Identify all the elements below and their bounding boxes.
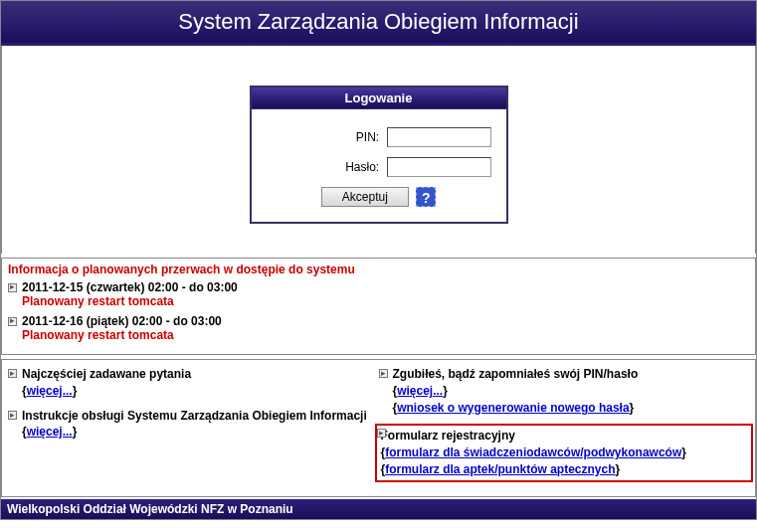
submit-button[interactable]: Akceptuj	[321, 187, 409, 207]
links-box: Najczęściej zadawane pytania {więcej...}…	[1, 359, 756, 497]
manuals-more-link[interactable]: więcej...	[27, 425, 73, 439]
bullet-icon	[377, 429, 386, 438]
footer-text: Wielkopolski Oddział Wojewódzki NFZ w Po…	[7, 502, 293, 516]
outage-desc: Planowany restart tomcata	[22, 328, 174, 342]
registration-pharmacies-link[interactable]: formularz dla aptek/punktów aptecznych	[385, 462, 615, 476]
new-password-request-link[interactable]: wniosek o wygenerowanie nowego hasła	[397, 401, 629, 415]
links-right-col: Zgubiłeś, bądź zapomniałeś swój PIN/hasł…	[379, 366, 750, 490]
faq-item: Najczęściej zadawane pytania {więcej...}	[8, 366, 379, 400]
faq-title: Najczęściej zadawane pytania	[22, 367, 191, 381]
forgot-title: Zgubiłeś, bądź zapomniałeś swój PIN/hasł…	[393, 367, 639, 381]
bullet-icon	[8, 369, 17, 378]
registration-providers-link[interactable]: formularz dla świadczeniodawców/podwykon…	[385, 445, 681, 459]
footer-bar: Wielkopolski Oddział Wojewódzki NFZ w Po…	[1, 499, 756, 519]
password-input[interactable]	[387, 157, 491, 177]
links-left-col: Najczęściej zadawane pytania {więcej...}…	[8, 366, 379, 490]
faq-more-link[interactable]: więcej...	[27, 384, 73, 398]
manuals-title: Instrukcje obsługi Systemu Zarządzania O…	[22, 409, 367, 423]
pin-label: PIN:	[356, 130, 379, 144]
forgot-pin-item: Zgubiłeś, bądź zapomniałeś swój PIN/hasł…	[379, 366, 750, 416]
outage-item: 2011-12-16 (piątek) 02:00 - do 03:00 Pla…	[8, 314, 749, 342]
pin-input[interactable]	[387, 127, 491, 147]
forgot-more-link[interactable]: więcej...	[397, 384, 443, 398]
outage-section-title: Informacja o planowanych przerwach w dos…	[8, 263, 749, 276]
bullet-icon	[8, 317, 17, 326]
outage-item: 2011-12-15 (czwartek) 02:00 - do 03:00 P…	[8, 280, 749, 308]
login-panel-title: Logowanie	[252, 88, 506, 109]
bullet-icon	[379, 369, 388, 378]
app-title-bar: System Zarządzania Obiegiem Informacji	[1, 1, 756, 46]
bullet-icon	[8, 283, 17, 292]
outage-date: 2011-12-16 (piątek) 02:00 - do 03:00	[22, 314, 222, 328]
outage-date: 2011-12-15 (czwartek) 02:00 - do 03:00	[22, 280, 238, 294]
main-content: Logowanie PIN: Hasło: Akceptuj ?	[1, 46, 756, 254]
manuals-item: Instrukcje obsługi Systemu Zarządzania O…	[8, 408, 379, 442]
password-label: Hasło:	[345, 160, 379, 174]
login-panel: Logowanie PIN: Hasło: Akceptuj ?	[250, 86, 508, 224]
bullet-icon	[8, 411, 17, 420]
outage-info-box: Informacja o planowanych przerwach w dos…	[1, 258, 756, 355]
app-title: System Zarządzania Obiegiem Informacji	[178, 9, 578, 34]
registration-item: Formularz rejestracyjny {formularz dla ś…	[375, 424, 754, 481]
help-icon[interactable]: ?	[416, 187, 436, 207]
outage-desc: Planowany restart tomcata	[22, 294, 174, 308]
registration-title: Formularz rejestracyjny	[381, 429, 515, 443]
